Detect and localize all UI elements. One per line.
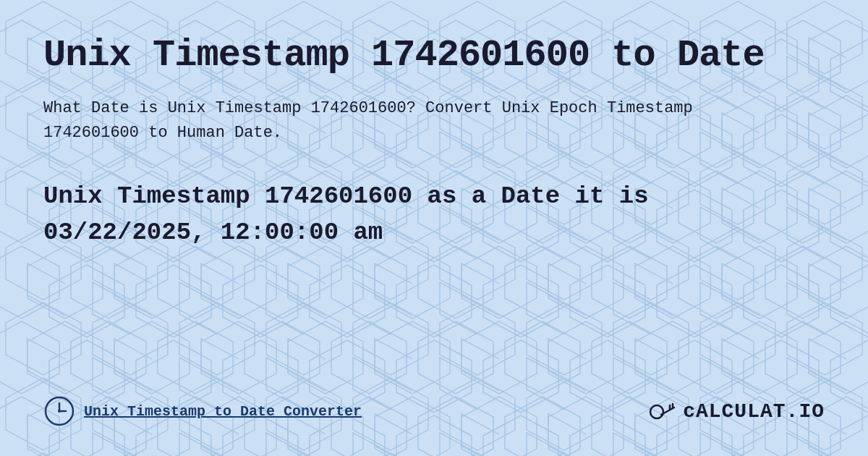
logo-area: cALCULAT.IO: [647, 396, 825, 426]
svg-point-11: [650, 405, 663, 418]
top-section: Unix Timestamp 1742601600 to Date What D…: [43, 35, 825, 172]
page-content: Unix Timestamp 1742601600 to Date What D…: [0, 0, 868, 456]
footer-left[interactable]: Unix Timestamp to Date Converter: [43, 395, 362, 427]
logo-icon: [647, 396, 677, 426]
result-section: Unix Timestamp 1742601600 as a Date it i…: [43, 172, 825, 388]
logo-text: cALCULAT.IO: [683, 400, 825, 423]
svg-point-10: [58, 410, 61, 413]
footer: Unix Timestamp to Date Converter cALCULA…: [43, 388, 825, 427]
page-title: Unix Timestamp 1742601600 to Date: [43, 35, 825, 76]
clock-icon: [43, 395, 75, 427]
result-text: Unix Timestamp 1742601600 as a Date it i…: [43, 179, 731, 250]
description-text: What Date is Unix Timestamp 1742601600? …: [43, 96, 694, 145]
footer-link[interactable]: Unix Timestamp to Date Converter: [84, 403, 362, 420]
